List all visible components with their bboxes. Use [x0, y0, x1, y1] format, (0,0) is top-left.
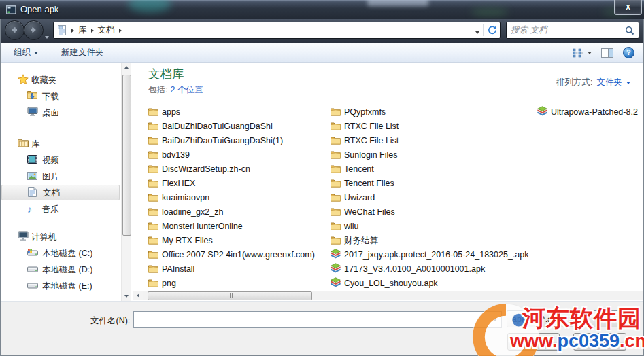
file-item-folder[interactable]: Office 2007 SP2 4in1(www.greenxf.com) [148, 248, 315, 262]
file-item-folder[interactable]: 财务结算 [331, 234, 378, 248]
sidebar-item-disk-e[interactable]: 本地磁盘 (E:) [1, 279, 118, 293]
breadcrumb-documents[interactable]: 文档 [98, 24, 115, 36]
preview-pane-button[interactable] [601, 48, 613, 58]
file-name: Sunlogin Files [344, 150, 398, 160]
forward-button[interactable] [24, 20, 44, 40]
file-item-folder[interactable]: RTXC File List [331, 134, 399, 148]
main-area: 收藏夹下载桌面库视频图片文档♪音乐计算机本地磁盘 (C:)本地磁盘 (D:)本地… [0, 63, 644, 301]
file-item-folder[interactable]: wiiu [331, 219, 359, 234]
organize-button[interactable]: 组织 [8, 44, 44, 61]
file-item-folder[interactable]: Sunlogin Files [331, 148, 398, 162]
new-folder-button[interactable]: 新建文件夹 [56, 44, 109, 61]
address-dropdown[interactable] [475, 24, 479, 37]
sidebar-item-documents[interactable]: 文档 [1, 185, 120, 200]
views-button[interactable] [573, 48, 592, 58]
folder-icon [148, 179, 158, 188]
chevron-down-icon[interactable] [493, 319, 497, 321]
chevron-down-icon[interactable] [626, 82, 630, 84]
download-icon [27, 90, 37, 103]
apk-icon [537, 107, 547, 117]
sidebar-item-disk-d[interactable]: 本地磁盘 (D:) [1, 262, 118, 277]
file-item-apk[interactable]: Cyou_LOL_shouyou.apk [331, 277, 438, 291]
file-item-folder[interactable]: DiscWizardSetup.zh-cn [148, 162, 250, 177]
cancel-button[interactable]: 取消 [573, 333, 626, 351]
close-button[interactable]: x [614, 0, 642, 15]
open-file-dialog: Open apk x 库 文档 搜索 文档 组织 [0, 0, 644, 356]
file-item-folder[interactable]: apps [148, 105, 180, 120]
file-item-folder[interactable]: PAInstall [148, 262, 194, 277]
file-name: BaiDuZhiDaoTuiGuangDaShi(1) [162, 136, 283, 145]
window-title: Open apk [20, 4, 58, 14]
sidebar-item-favorites[interactable]: 收藏夹 [1, 73, 118, 87]
drive-icon [27, 280, 38, 292]
star-icon [18, 74, 29, 87]
file-item-folder[interactable]: FlexHEX [148, 177, 195, 191]
search-input[interactable]: 搜索 文档 [506, 22, 639, 39]
folder-icon [148, 122, 158, 131]
sidebar-item-label: 视频 [42, 155, 59, 166]
file-item-folder[interactable]: Uwizard [331, 191, 375, 205]
title-bar: Open apk x [0, 0, 644, 19]
address-bar[interactable]: 库 文档 [53, 22, 501, 39]
sidebar-item-libraries[interactable]: 库 [1, 137, 118, 151]
sidebar-item-music[interactable]: ♪音乐 [1, 202, 118, 216]
breadcrumb-libraries[interactable]: 库 [78, 24, 87, 36]
locations-link[interactable]: 2 个位置 [170, 85, 203, 94]
sidebar-item-label: 下载 [42, 91, 59, 103]
refresh-icon[interactable] [487, 25, 497, 35]
scrollbar-thumb[interactable] [148, 291, 312, 300]
arrange-value[interactable]: 文件夹 [597, 77, 623, 88]
file-item-apk[interactable]: 2017_jxqy.apk.protect_2016-05-24_183025_… [331, 248, 529, 262]
file-item-folder[interactable]: png [148, 277, 176, 291]
file-name: Ultrapowa-Patched-8.2 [551, 107, 638, 117]
sidebar-item-downloads[interactable]: 下载 [1, 89, 118, 103]
open-button[interactable]: 打开(O) [507, 333, 560, 351]
organize-label: 组织 [14, 47, 31, 58]
file-item-folder[interactable]: Tencent Files [331, 177, 394, 191]
file-name: loadiine_gx2_zh [162, 207, 223, 217]
file-item-apk[interactable]: Ultrapowa-Patched-8.2 [537, 105, 638, 120]
file-item-folder[interactable]: MonsterHunterOnline [148, 219, 243, 234]
search-placeholder: 搜索 文档 [511, 24, 625, 36]
search-icon[interactable] [625, 26, 634, 35]
filetype-select[interactable]: apk file(*.apk) [507, 310, 639, 327]
sidebar-item-label: 桌面 [42, 107, 59, 119]
folder-icon [148, 193, 158, 202]
file-name: RTXC File List [344, 122, 399, 131]
help-button[interactable]: ? [623, 47, 634, 58]
scroll-down-button[interactable] [122, 291, 131, 301]
apk-icon [331, 264, 341, 274]
file-item-folder[interactable]: Tencent [331, 162, 374, 177]
file-item-folder[interactable]: My RTX Files [148, 234, 213, 248]
file-item-folder[interactable]: bdv139 [148, 148, 190, 162]
filename-input[interactable] [133, 311, 502, 328]
scroll-up-button[interactable] [122, 63, 131, 72]
sidebar-item-computer[interactable]: 计算机 [1, 230, 118, 244]
file-name: PQypfxmfs [344, 107, 386, 117]
sidebar-item-label: 库 [31, 139, 40, 150]
file-item-folder[interactable]: kuaimiaovpn [148, 191, 209, 205]
file-item-folder[interactable]: BaiDuZhiDaoTuiGuangDaShi [148, 120, 273, 134]
music-icon: ♪ [27, 203, 32, 215]
file-name: png [162, 279, 176, 288]
file-item-apk[interactable]: 17173_V3.4.0100_A0010001001.apk [331, 262, 485, 277]
file-item-folder[interactable]: loadiine_gx2_zh [148, 205, 223, 219]
sidebar-item-desktop[interactable]: 桌面 [1, 105, 118, 120]
horizontal-scrollbar[interactable] [133, 291, 644, 300]
file-name: 财务结算 [344, 236, 378, 245]
folder-icon [148, 236, 158, 245]
sidebar-item-pictures[interactable]: 图片 [1, 169, 118, 183]
file-item-folder[interactable]: RTXC File List [331, 120, 399, 134]
recent-pages-dropdown[interactable] [45, 29, 49, 41]
sidebar-item-videos[interactable]: 视频 [1, 153, 118, 167]
file-name: WeChat Files [344, 207, 395, 217]
sidebar-scrollbar[interactable] [121, 63, 131, 301]
back-button[interactable] [5, 20, 24, 40]
file-name: 2017_jxqy.apk.protect_2016-05-24_183025_… [344, 250, 529, 260]
file-item-folder[interactable]: BaiDuZhiDaoTuiGuangDaShi(1) [148, 134, 283, 148]
file-item-folder[interactable]: WeChat Files [331, 205, 395, 219]
file-item-folder[interactable]: PQypfxmfs [331, 105, 386, 120]
scroll-left-button[interactable] [133, 291, 143, 300]
folder-icon [148, 107, 158, 117]
sidebar-item-disk-c[interactable]: 本地磁盘 (C:) [1, 246, 118, 260]
